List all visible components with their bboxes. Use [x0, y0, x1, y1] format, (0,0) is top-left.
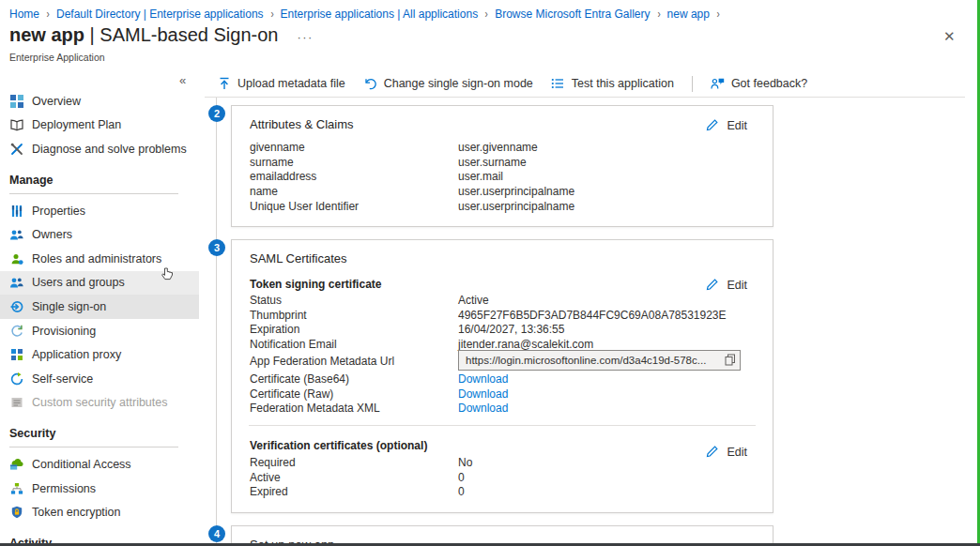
upload-icon — [217, 77, 231, 91]
overview-grid-icon — [9, 94, 23, 108]
verification-row: Expired0 — [232, 484, 773, 499]
more-options-ellipsis[interactable]: ··· — [297, 30, 314, 44]
sidebar-divider — [9, 193, 178, 194]
list-icon — [551, 77, 565, 91]
close-icon[interactable]: ✕ — [943, 28, 956, 45]
people-icon — [9, 276, 23, 290]
breadcrumb-new-app[interactable]: new app — [667, 8, 710, 21]
claim-row: surnameuser.surname — [232, 155, 773, 170]
sidebar-section-security: Security — [0, 415, 199, 447]
breadcrumb-separator: › — [716, 7, 719, 21]
token-signing-rows: StatusActive Thumbprint4965F27F6B5DF3AD7… — [232, 293, 773, 352]
sidebar-label: Overview — [32, 95, 81, 108]
breadcrumb-enterprise-apps[interactable]: Default Directory | Enterprise applicati… — [56, 8, 264, 21]
edit-label: Edit — [727, 119, 747, 132]
attributes-claims-title: Attributes & Claims — [250, 117, 354, 131]
cert-row: Expiration16/04/2027, 13:36:55 — [232, 322, 773, 337]
undo-icon — [363, 77, 377, 91]
page-title: new app | SAML-based Sign-on··· — [9, 24, 314, 46]
sidebar-item-single-sign-on[interactable]: Single sign-on — [0, 295, 199, 319]
sidebar-label: Token encryption — [32, 506, 121, 519]
pencil-icon — [705, 118, 719, 132]
pencil-icon — [705, 278, 719, 292]
sidebar-divider — [9, 447, 178, 447]
mouse-cursor — [161, 267, 174, 285]
test-application-button[interactable]: Test this application — [551, 77, 674, 91]
test-application-label: Test this application — [572, 77, 674, 90]
book-icon — [9, 118, 23, 132]
sidebar-label: Conditional Access — [32, 458, 131, 471]
sidebar-item-application-proxy[interactable]: Application proxy — [0, 342, 199, 367]
tools-icon — [9, 142, 23, 156]
sync-icon — [9, 324, 23, 338]
sidebar-item-self-service[interactable]: Self-service — [0, 367, 199, 391]
single-sign-on-icon — [9, 299, 23, 313]
sidebar-label: Custom security attributes — [32, 396, 168, 409]
saml-certificates-card: SAML Certificates Token signing certific… — [231, 239, 773, 513]
token-signing-title: Token signing certificate — [250, 278, 381, 291]
breadcrumb-entra-gallery[interactable]: Browse Microsoft Entra Gallery — [495, 8, 650, 21]
sidebar-item-token-encryption[interactable]: Token encryption — [0, 500, 199, 524]
copy-icon[interactable] — [725, 354, 736, 368]
upload-metadata-button[interactable]: Upload metadata file — [217, 77, 345, 91]
sidebar-label: Users and groups — [32, 276, 125, 289]
cert-row: StatusActive — [232, 293, 773, 308]
metadata-url-label: App Federation Metadata Url — [250, 355, 394, 368]
feedback-label: Got feedback? — [731, 77, 807, 90]
command-bar: Upload metadata file Change single sign-… — [217, 72, 825, 95]
sidebar-label: Properties — [32, 205, 85, 218]
admin-person-icon — [9, 251, 23, 265]
claim-row: givennameuser.givenname — [232, 140, 773, 155]
edit-attributes-button[interactable]: Edit — [705, 118, 747, 132]
verification-row: Active0 — [232, 470, 773, 485]
breadcrumb: Home › Default Directory | Enterprise ap… — [9, 8, 720, 21]
sidebar-item-owners[interactable]: Owners — [0, 222, 199, 247]
breadcrumb-separator: › — [657, 7, 660, 21]
sidebar-item-permissions[interactable]: Permissions — [0, 477, 199, 501]
people-icon — [9, 228, 23, 242]
sidebar-item-diagnose[interactable]: Diagnose and solve problems — [0, 137, 199, 161]
sidebar-item-deployment-plan[interactable]: Deployment Plan — [0, 114, 199, 138]
download-link[interactable]: Download — [458, 372, 508, 386]
edit-label: Edit — [727, 279, 747, 292]
breadcrumb-separator: › — [270, 7, 273, 21]
shield-lock-icon — [9, 506, 23, 520]
upload-metadata-label: Upload metadata file — [237, 77, 345, 90]
collapse-sidebar-icon[interactable]: « — [179, 73, 186, 87]
sidebar-item-properties[interactable]: Properties — [0, 199, 199, 223]
sidebar-label: Owners — [32, 228, 72, 241]
content-divider — [205, 97, 965, 98]
breadcrumb-all-applications[interactable]: Enterprise applications | All applicatio… — [281, 8, 479, 21]
claim-row: emailaddressuser.mail — [232, 169, 773, 184]
sidebar-label: Provisioning — [32, 325, 96, 338]
page-subtitle: Enterprise Application — [9, 52, 105, 63]
verification-certificates-title: Verification certificates (optional) — [250, 439, 427, 452]
page-title-suffix: | SAML-based Sign-on — [84, 24, 278, 45]
breadcrumb-home[interactable]: Home — [9, 8, 39, 21]
sidebar-label: Permissions — [32, 482, 96, 495]
sliders-icon — [9, 204, 23, 218]
step-badge-3: 3 — [208, 239, 225, 256]
app-name: new app — [9, 24, 84, 45]
sidebar-label: Self-service — [32, 372, 93, 386]
download-link[interactable]: Download — [458, 387, 508, 401]
metadata-url-value: https://login.microsoftonline.com/d3a4c1… — [466, 355, 706, 366]
sidebar-label: Application proxy — [32, 348, 121, 361]
download-link[interactable]: Download — [458, 402, 508, 415]
card-inner-divider — [249, 425, 756, 426]
step-badge-4: 4 — [208, 525, 225, 542]
edit-token-signing-button[interactable]: Edit — [705, 278, 747, 292]
sidebar-item-conditional-access[interactable]: Conditional Access — [0, 452, 199, 477]
org-chart-icon — [9, 481, 23, 495]
metadata-url-input[interactable]: https://login.microsoftonline.com/d3a4c1… — [458, 350, 741, 371]
download-rows: Certificate (Base64)Download Certificate… — [232, 372, 773, 416]
change-sso-mode-button[interactable]: Change single sign-on mode — [363, 77, 533, 91]
conditional-access-icon — [9, 457, 23, 471]
breadcrumb-separator: › — [485, 7, 488, 21]
sidebar-item-overview[interactable]: Overview — [0, 89, 199, 114]
verification-rows: RequiredNo Active0 Expired0 — [232, 455, 773, 499]
sidebar-item-provisioning[interactable]: Provisioning — [0, 319, 199, 343]
feedback-button[interactable]: Got feedback? — [711, 77, 807, 91]
download-row: Federation Metadata XMLDownload — [232, 401, 773, 416]
app-proxy-grid-icon — [9, 348, 23, 362]
